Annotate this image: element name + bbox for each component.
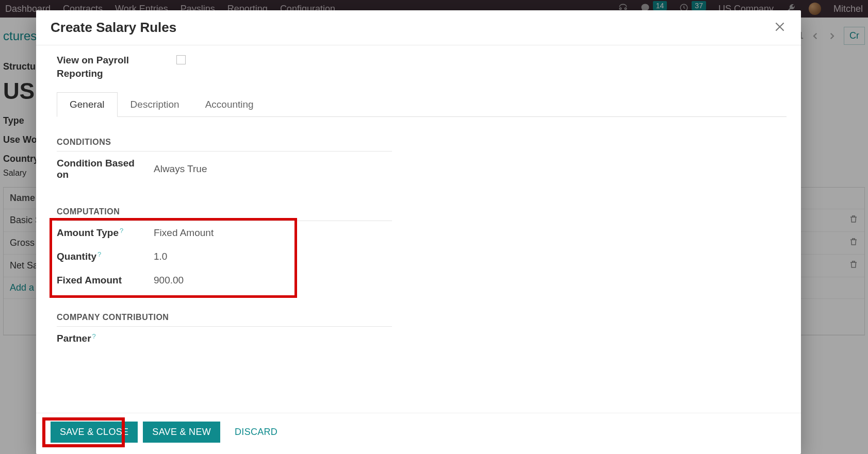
modal-footer: SAVE & CLOSE SAVE & NEW DISCARD xyxy=(36,413,801,454)
section-conditions: CONDITIONS xyxy=(57,138,392,152)
modal-tabs: General Description Accounting xyxy=(57,92,787,117)
view-on-payroll-checkbox[interactable] xyxy=(176,55,186,64)
view-on-payroll-label: View on Payroll Reporting xyxy=(57,54,165,80)
create-salary-rules-modal: Create Salary Rules View on Payroll Repo… xyxy=(36,10,801,454)
tab-general[interactable]: General xyxy=(57,92,118,117)
partner-label: Partner? xyxy=(57,333,144,344)
fixed-amount-label: Fixed Amount xyxy=(57,275,144,286)
quantity-value[interactable]: 1.0 xyxy=(154,251,167,262)
condition-based-on-label: Condition Based on xyxy=(57,158,144,180)
discard-button[interactable]: DISCARD xyxy=(225,422,287,443)
close-icon[interactable] xyxy=(773,20,787,36)
section-computation: COMPUTATION xyxy=(57,207,392,221)
amount-type-label: Amount Type? xyxy=(57,227,144,239)
modal-body: View on Payroll Reporting General Descri… xyxy=(36,45,801,413)
fixed-amount-value[interactable]: 900.00 xyxy=(154,275,184,286)
amount-type-value[interactable]: Fixed Amount xyxy=(154,227,214,239)
modal-title: Create Salary Rules xyxy=(51,20,176,36)
help-icon[interactable]: ? xyxy=(97,250,101,258)
quantity-label: Quantity? xyxy=(57,251,144,262)
help-icon[interactable]: ? xyxy=(120,227,123,234)
condition-based-on-value[interactable]: Always True xyxy=(154,163,207,175)
save-close-button[interactable]: SAVE & CLOSE xyxy=(51,422,138,443)
save-new-button[interactable]: SAVE & NEW xyxy=(143,422,220,443)
section-company-contribution: COMPANY CONTRIBUTION xyxy=(57,313,392,327)
tab-accounting[interactable]: Accounting xyxy=(192,92,267,116)
help-icon[interactable]: ? xyxy=(92,332,96,340)
tab-description[interactable]: Description xyxy=(118,92,192,116)
